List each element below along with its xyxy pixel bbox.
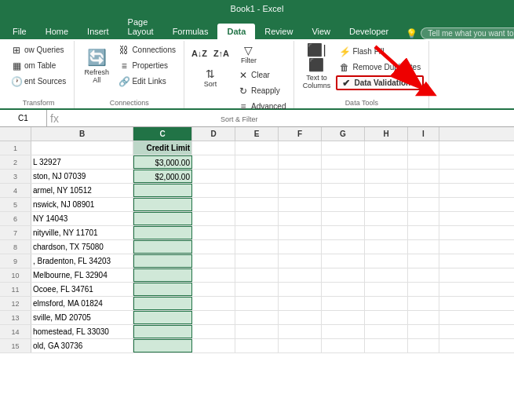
cell-h[interactable] [365, 283, 408, 296]
advanced-button[interactable]: ≡ Advanced [235, 99, 289, 114]
cell-g[interactable] [322, 141, 365, 155]
cell-c[interactable]: Credit Limit [133, 141, 192, 155]
cell-i[interactable] [408, 184, 439, 197]
cell-g[interactable] [322, 184, 365, 197]
col-header-c[interactable]: C [133, 127, 192, 141]
filter-button[interactable]: ▽ Filter [235, 42, 263, 66]
cell-f[interactable] [279, 283, 322, 296]
cell-d[interactable] [192, 283, 235, 296]
cell-g[interactable] [322, 155, 365, 169]
col-header-d[interactable]: D [192, 127, 235, 141]
cell-b[interactable]: old, GA 30736 [31, 339, 133, 352]
properties-button[interactable]: ≡ Properties [115, 58, 179, 73]
cell-h[interactable] [365, 297, 408, 310]
cell-f[interactable] [279, 297, 322, 310]
reapply-button[interactable]: ↻ Reapply [235, 83, 289, 98]
cell-g[interactable] [322, 170, 365, 183]
cell-b[interactable]: homestead, FL 33030 [31, 325, 133, 338]
cell-b[interactable]: armel, NY 10512 [31, 184, 133, 197]
cell-i[interactable] [408, 325, 439, 338]
col-header-h[interactable]: H [365, 127, 408, 141]
cell-b[interactable]: L 32927 [31, 155, 133, 169]
cell-e[interactable] [235, 254, 279, 268]
cell-e[interactable] [235, 283, 279, 296]
cell-h[interactable] [365, 325, 408, 338]
cell-e[interactable] [235, 212, 279, 225]
cell-f[interactable] [279, 141, 322, 155]
cell-d[interactable] [192, 311, 235, 324]
tab-review[interactable]: Review [255, 24, 302, 39]
cell-c[interactable] [133, 268, 192, 282]
cell-h[interactable] [365, 339, 408, 352]
cell-e[interactable] [235, 240, 279, 254]
tab-insert[interactable]: Insert [78, 24, 118, 39]
get-queries-button[interactable]: ⊞ ow Queries [8, 42, 69, 57]
cell-f[interactable] [279, 155, 322, 169]
cell-g[interactable] [322, 297, 365, 310]
cell-b[interactable]: elmsford, MA 01824 [31, 297, 133, 310]
cell-i[interactable] [408, 141, 439, 155]
col-header-b[interactable]: B [31, 127, 133, 141]
cell-f[interactable] [279, 339, 322, 352]
cell-e[interactable] [235, 141, 279, 155]
cell-h[interactable] [365, 141, 408, 155]
cell-d[interactable] [192, 268, 235, 282]
cell-b[interactable]: Melbourne, FL 32904 [31, 268, 133, 282]
cell-g[interactable] [322, 212, 365, 225]
recent-sources-button[interactable]: 🕐 ent Sources [8, 74, 69, 89]
cell-f[interactable] [279, 226, 322, 239]
cell-b[interactable]: chardson, TX 75080 [31, 240, 133, 254]
cell-i[interactable] [408, 198, 439, 211]
cell-h[interactable] [365, 184, 408, 197]
cell-i[interactable] [408, 226, 439, 239]
cell-d[interactable] [192, 198, 235, 211]
tab-home[interactable]: Home [36, 24, 78, 39]
sort-asc-button[interactable]: A↓Z [189, 42, 210, 64]
cell-c[interactable] [133, 212, 192, 225]
remove-duplicates-button[interactable]: 🗑 Remove Duplicates [336, 60, 424, 75]
cell-e[interactable] [235, 155, 279, 169]
tab-developer[interactable]: Developer [340, 24, 398, 39]
cell-e[interactable] [235, 226, 279, 239]
cell-g[interactable] [322, 283, 365, 296]
cell-i[interactable] [408, 283, 439, 296]
tab-page-layout[interactable]: Page Layout [118, 14, 163, 39]
cell-c[interactable] [133, 325, 192, 338]
cell-h[interactable] [365, 240, 408, 254]
cell-d[interactable] [192, 170, 235, 183]
cell-i[interactable] [408, 254, 439, 268]
cell-b[interactable]: nswick, NJ 08901 [31, 198, 133, 211]
cell-d[interactable] [192, 297, 235, 310]
col-header-f[interactable]: F [279, 127, 322, 141]
cell-g[interactable] [322, 198, 365, 211]
cell-h[interactable] [365, 212, 408, 225]
cell-d[interactable] [192, 141, 235, 155]
cell-i[interactable] [408, 297, 439, 310]
cell-d[interactable] [192, 325, 235, 338]
cell-c[interactable] [133, 184, 192, 197]
cell-d[interactable] [192, 155, 235, 169]
cell-b[interactable]: Ocoee, FL 34761 [31, 283, 133, 296]
cell-f[interactable] [279, 212, 322, 225]
data-validation-button[interactable]: ✔ Data Validation ▾ [336, 75, 424, 90]
cell-c[interactable] [133, 339, 192, 352]
cell-d[interactable] [192, 226, 235, 239]
edit-links-button[interactable]: 🔗 Edit Links [115, 74, 179, 89]
cell-h[interactable] [365, 198, 408, 211]
cell-f[interactable] [279, 184, 322, 197]
cell-h[interactable] [365, 155, 408, 169]
cell-f[interactable] [279, 325, 322, 338]
cell-c[interactable] [133, 198, 192, 211]
cell-c[interactable] [133, 226, 192, 239]
cell-e[interactable] [235, 198, 279, 211]
cell-f[interactable] [279, 254, 322, 268]
cell-i[interactable] [408, 170, 439, 183]
cell-i[interactable] [408, 311, 439, 324]
col-header-g[interactable]: G [322, 127, 365, 141]
cell-h[interactable] [365, 170, 408, 183]
col-header-e[interactable]: E [235, 127, 279, 141]
cell-i[interactable] [408, 268, 439, 282]
cell-f[interactable] [279, 198, 322, 211]
cell-b[interactable]: nityville, NY 11701 [31, 226, 133, 239]
cell-e[interactable] [235, 170, 279, 183]
